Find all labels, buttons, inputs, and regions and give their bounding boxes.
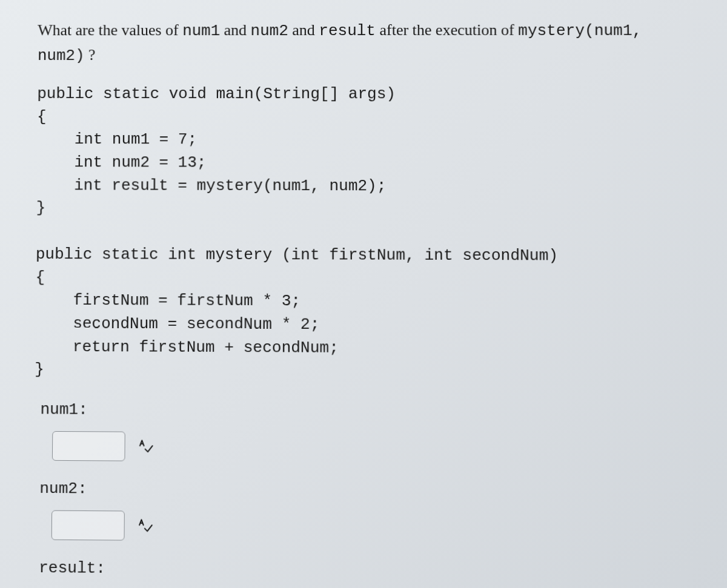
num1-input-row [52,431,697,464]
num2-input[interactable] [51,510,125,541]
question-var2: num2 [251,22,288,40]
code-block: public static void main(String[] args) {… [35,83,695,385]
answer-row-num2: num2: [33,479,697,544]
num2-label: num2: [39,479,697,502]
num1-input[interactable] [52,431,125,461]
num1-label: num1: [40,400,695,422]
question-var1: num1 [182,22,220,40]
question-mid2: and [288,21,319,39]
question-prompt: What are the values of num1 and num2 and… [38,18,692,68]
result-label: result: [39,558,697,582]
question-suffix: ? [84,46,95,64]
spellcheck-icon[interactable] [138,438,154,455]
answer-row-num1: num1: [34,400,697,464]
spellcheck-icon[interactable] [137,517,154,535]
num2-input-row [51,510,697,545]
question-mid3: after the execution of [376,21,518,39]
answer-section: num1: num2: [32,400,698,588]
answer-row-result: result: [32,558,698,588]
question-prefix: What are the values of [38,21,182,39]
question-mid1: and [220,21,250,39]
question-var3: result [319,22,376,40]
